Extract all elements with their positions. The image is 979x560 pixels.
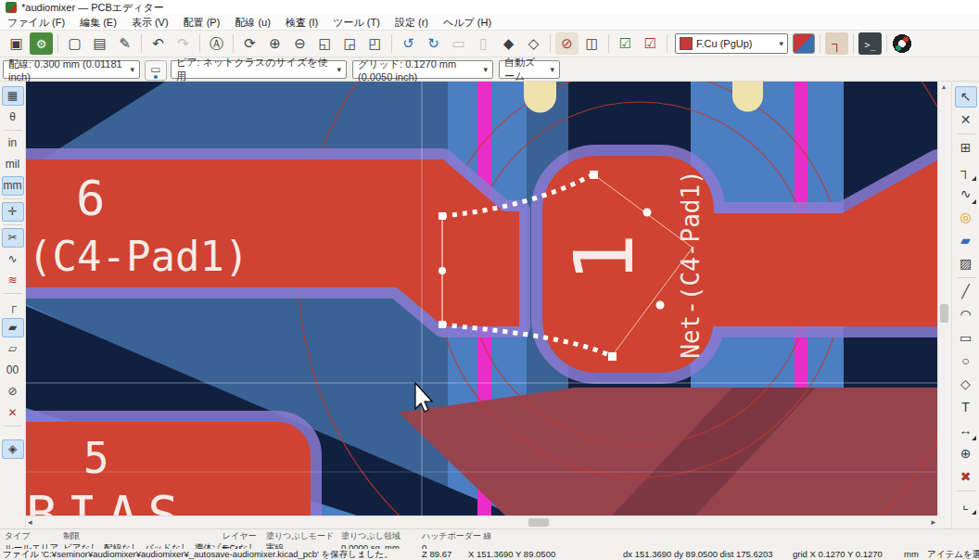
group-button[interactable]: ▭: [447, 32, 470, 55]
draw-circle-tool[interactable]: ○: [955, 350, 977, 372]
toolbar-separator: [141, 34, 142, 53]
menu-route[interactable]: 配線 (u): [227, 15, 278, 31]
menu-inspect[interactable]: 検査 (I): [278, 15, 325, 31]
draw-zone-tool[interactable]: ▰: [955, 230, 977, 251]
draw-polygon-tool[interactable]: ◇: [955, 374, 977, 395]
rotate-cw-button[interactable]: ↻: [422, 32, 445, 55]
delete-tool[interactable]: ✖: [955, 466, 977, 488]
menu-view[interactable]: 表示 (V): [124, 15, 176, 31]
drill-origin-tool[interactable]: ⊕: [955, 443, 977, 465]
vertical-scroll-thumb[interactable]: [940, 304, 948, 323]
selection-handle[interactable]: [643, 209, 652, 217]
curved-ratsnest-toggle[interactable]: ∿: [2, 249, 24, 269]
route-tracks-tool[interactable]: ┐: [955, 160, 977, 182]
units-inches-toggle[interactable]: in: [2, 134, 24, 153]
menu-help[interactable]: ヘルプ (H): [436, 15, 499, 31]
ratsnest-visibility-toggle[interactable]: ✂: [2, 228, 24, 248]
drc-button[interactable]: ☑: [614, 32, 637, 55]
via-outline-mode-toggle[interactable]: ⊘: [2, 382, 24, 401]
scroll-right-icon[interactable]: ▸: [931, 517, 935, 527]
selection-handle[interactable]: [439, 212, 446, 220]
layer-selector[interactable]: F.Cu (PgUp) ▾: [675, 33, 788, 54]
local-ratsnest-tool[interactable]: ✕: [955, 109, 977, 131]
lock-button[interactable]: ◆: [497, 32, 520, 55]
pad-numbers-toggle[interactable]: 00: [2, 361, 24, 380]
menu-tools[interactable]: ツール (T): [325, 15, 388, 31]
pcb-canvas[interactable]: 6 (C4-Pad1) 1 Net-(C4-Pad1) 5 BIAS: [26, 82, 937, 515]
appearance-manager-toggle[interactable]: ◈: [2, 439, 24, 459]
scripting-console-button[interactable]: >_: [858, 32, 882, 55]
plugin-compass-button[interactable]: [892, 33, 912, 54]
zoom-selection-button[interactable]: ◰: [363, 32, 387, 55]
net-highlight-toggle[interactable]: ≋: [2, 271, 24, 290]
selection-handle[interactable]: [439, 267, 446, 274]
zone-fill-mode-toggle[interactable]: ▰: [2, 318, 24, 337]
footprint-editor-button[interactable]: ⊘: [555, 32, 578, 55]
edit-predefined-sizes-button[interactable]: ▭: [145, 60, 167, 81]
menu-preferences[interactable]: 設定 (r): [388, 15, 436, 31]
via-size-dropdown[interactable]: ビア: ネットクラスのサイズを使用 ▾: [171, 60, 347, 79]
horizontal-scrollbar[interactable]: ◂ ▸: [26, 515, 937, 528]
zoom-dropdown[interactable]: 自動ズーム ▾: [499, 60, 560, 79]
status-grid: grid X 0.1270 Y 0.1270: [793, 549, 883, 559]
undo-button[interactable]: ↶: [146, 32, 170, 55]
menu-place[interactable]: 配置 (P): [176, 15, 228, 31]
ungroup-button[interactable]: ▯: [472, 32, 495, 55]
zone-outline-mode-toggle[interactable]: ▱: [2, 339, 24, 359]
selection-handle[interactable]: [656, 301, 665, 310]
page-settings-button[interactable]: ▢: [63, 32, 86, 55]
select-tool[interactable]: ↖: [955, 86, 977, 108]
layer-pair-indicator[interactable]: [793, 33, 815, 54]
draw-line-tool[interactable]: ╱: [955, 281, 977, 302]
dimension-tool[interactable]: ↔: [955, 420, 977, 441]
place-footprint-tool[interactable]: ⊞: [955, 137, 977, 159]
toolbar-separator: [820, 34, 820, 53]
draw-rect-tool[interactable]: ▭: [955, 327, 977, 349]
selection-handle[interactable]: [590, 171, 598, 179]
redo-button[interactable]: ↷: [172, 32, 195, 55]
units-mils-toggle[interactable]: mil: [2, 155, 24, 174]
menu-edit[interactable]: 編集 (E): [72, 15, 124, 31]
menu-file[interactable]: ファイル (F): [0, 15, 72, 31]
zoom-in-button[interactable]: ⊕: [263, 32, 286, 55]
grid-origin-tool[interactable]: ⌞: [955, 494, 977, 515]
grid-dropdown[interactable]: グリッド: 0.1270 mm (0.0050 inch) ▾: [352, 60, 493, 79]
save-button[interactable]: ▣: [5, 32, 28, 55]
through-hole-pad[interactable]: [732, 82, 763, 112]
track-width-dropdown[interactable]: 配線: 0.300 mm (0.01181 inch) ▾: [3, 60, 140, 79]
plot-button[interactable]: ✎: [113, 32, 136, 55]
interactive-router-settings-button[interactable]: ┐: [825, 32, 848, 55]
track-outline-mode-toggle[interactable]: ┌: [2, 297, 24, 316]
via-size-value: ビア: ネットクラスのサイズを使用: [176, 56, 331, 83]
selection-handle[interactable]: [439, 321, 446, 328]
rule-area-tool[interactable]: ▨: [955, 253, 977, 274]
vertical-scrollbar[interactable]: ▲: [937, 82, 949, 515]
add-text-tool[interactable]: T: [955, 397, 977, 418]
crosshair-style-toggle[interactable]: ✛: [2, 202, 24, 222]
toolbar-separator: [57, 34, 58, 53]
through-hole-pad[interactable]: [524, 82, 556, 113]
scroll-up-icon[interactable]: ▲: [938, 82, 949, 90]
place-via-tool[interactable]: ◎: [955, 207, 977, 228]
draw-arc-tool[interactable]: ◠: [955, 304, 977, 325]
zoom-fit-objects-button[interactable]: ◲: [338, 32, 362, 55]
drc-markers-button[interactable]: ☑: [639, 32, 662, 55]
grid-visibility-toggle[interactable]: ▦: [2, 86, 24, 106]
footprint-browser-button[interactable]: ◫: [580, 32, 604, 55]
zoom-fit-button[interactable]: ◱: [313, 32, 337, 55]
find-button[interactable]: Ⓐ: [205, 32, 228, 55]
selection-handle[interactable]: [608, 352, 617, 361]
zoom-out-button[interactable]: ⊖: [288, 32, 312, 55]
print-button[interactable]: ▤: [88, 32, 111, 55]
toolbar-separator: [391, 34, 392, 53]
refresh-button[interactable]: ⟳: [238, 32, 261, 55]
scroll-left-icon[interactable]: ◂: [28, 517, 32, 527]
polar-coordinates-toggle[interactable]: θ: [2, 108, 24, 127]
units-mm-toggle[interactable]: mm: [2, 176, 24, 196]
horizontal-scroll-thumb[interactable]: [528, 518, 549, 527]
unlock-button[interactable]: ◇: [522, 32, 545, 55]
board-setup-button[interactable]: ⚙: [30, 32, 53, 55]
graphics-outline-mode-toggle[interactable]: ✕: [2, 403, 24, 423]
rotate-ccw-button[interactable]: ↺: [397, 32, 420, 55]
tune-length-tool[interactable]: ∿: [955, 184, 977, 205]
